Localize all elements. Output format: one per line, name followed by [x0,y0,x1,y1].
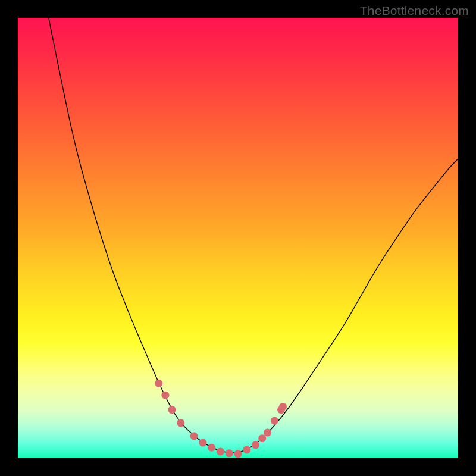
curve-marker [199,439,206,447]
chart-svg [18,18,458,458]
curve-marker [155,380,162,387]
curve-marker [252,441,259,449]
bottleneck-curve [49,18,458,453]
curve-markers [155,380,287,458]
curve-marker [177,419,184,427]
watermark-text: TheBottleneck.com [360,4,469,18]
curve-marker [161,392,169,399]
curve-marker [243,446,250,453]
curve-marker [258,434,266,442]
curve-marker [168,406,176,414]
curve-marker [271,417,278,425]
curve-marker [217,447,224,455]
curve-marker [279,403,287,411]
curve-marker [226,449,233,457]
curve-marker [264,429,271,437]
curve-marker [208,444,215,452]
curve-marker [234,450,242,458]
curve-marker [190,433,198,440]
